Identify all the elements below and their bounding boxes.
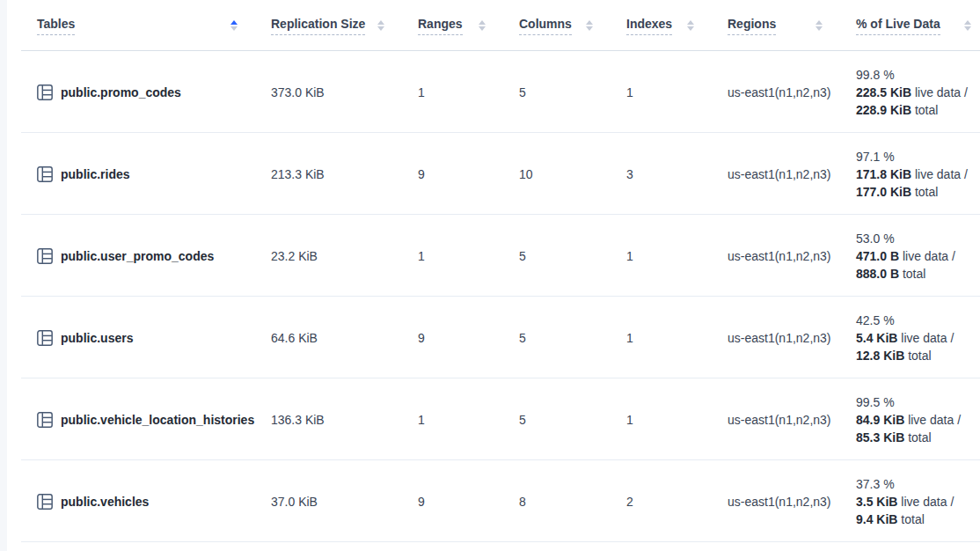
live-data-percent: 97.1 %: [856, 148, 895, 165]
table-row: public.promo_codes 373.0 KiB 1 5 1 us-ea…: [7, 51, 980, 133]
live-data-amount: 84.9 KiB live data /: [856, 411, 961, 429]
cell-ranges: 1: [418, 215, 519, 297]
column-header-columns[interactable]: Columns: [519, 0, 626, 51]
live-data-percent: 37.3 %: [856, 475, 895, 493]
cell-regions: us-east1(n1,n2,n3): [728, 133, 856, 215]
table-row: public.user_promo_codes 23.2 KiB 1 5 1 u…: [7, 215, 980, 297]
sort-up-arrow-icon: [586, 20, 593, 25]
live-data-amount: 228.5 KiB live data /: [856, 84, 968, 101]
sort-icon[interactable]: [964, 20, 971, 31]
table-icon: [37, 248, 53, 264]
sort-icon[interactable]: [586, 20, 593, 31]
cell-replication-size: 136.3 KiB: [271, 378, 418, 460]
cell-ranges: 9: [418, 460, 519, 542]
table-icon: [37, 84, 53, 100]
live-data-percent: 99.5 %: [856, 393, 895, 411]
table-name-link[interactable]: public.promo_codes: [61, 85, 181, 99]
cell-table-name: public.users: [7, 297, 271, 378]
sort-down-arrow-icon: [479, 26, 486, 31]
table-icon: [37, 494, 53, 510]
table-name-link[interactable]: public.vehicle_location_histories: [61, 413, 254, 427]
cell-regions: us-east1(n1,n2,n3): [728, 460, 856, 542]
sort-down-arrow-icon: [586, 26, 593, 31]
live-data-percent: 42.5 %: [856, 312, 895, 329]
column-header-ranges[interactable]: Ranges: [418, 0, 519, 51]
table-body: public.promo_codes 373.0 KiB 1 5 1 us-ea…: [7, 51, 980, 542]
cell-columns: 5: [519, 215, 626, 297]
cell-replication-size: 213.3 KiB: [271, 133, 418, 215]
live-data-amount: 171.8 KiB live data /: [856, 165, 968, 183]
total-data-amount: 85.3 KiB total: [856, 429, 932, 446]
cell-table-name: public.rides: [7, 133, 271, 215]
sort-icon[interactable]: [479, 20, 486, 31]
column-header-label: Columns: [519, 17, 572, 35]
cell-table-name: public.promo_codes: [7, 51, 271, 133]
cell-ranges: 1: [418, 378, 519, 460]
sort-icon[interactable]: [687, 20, 694, 31]
column-header-regions[interactable]: Regions: [728, 0, 856, 51]
table-row: public.users 64.6 KiB 9 5 1 us-east1(n1,…: [7, 297, 980, 378]
sort-down-arrow-icon: [964, 26, 971, 31]
cell-regions: us-east1(n1,n2,n3): [728, 378, 856, 460]
cell-live-data: 42.5 % 5.4 KiB live data / 12.8 KiB tota…: [856, 297, 980, 378]
cell-indexes: 1: [626, 378, 728, 460]
live-data-percent: 99.8 %: [856, 66, 895, 84]
table-header-row: Tables Replication Size Ranges Columns I…: [7, 0, 980, 51]
table-name-link[interactable]: public.user_promo_codes: [61, 249, 214, 263]
cell-regions: us-east1(n1,n2,n3): [728, 51, 856, 133]
sort-icon[interactable]: [377, 20, 384, 31]
cell-columns: 10: [519, 133, 626, 215]
cell-indexes: 3: [626, 133, 728, 215]
cell-indexes: 1: [626, 215, 728, 297]
table-icon: [37, 412, 53, 428]
cell-columns: 8: [519, 460, 626, 542]
cell-replication-size: 23.2 KiB: [271, 215, 418, 297]
total-data-amount: 228.9 KiB total: [856, 101, 938, 119]
cell-replication-size: 373.0 KiB: [271, 51, 418, 133]
sort-down-arrow-icon: [230, 26, 238, 31]
cell-live-data: 99.5 % 84.9 KiB live data / 85.3 KiB tot…: [856, 378, 980, 460]
cell-table-name: public.vehicle_location_histories: [7, 378, 271, 460]
column-header-tables[interactable]: Tables: [7, 0, 271, 51]
cell-ranges: 9: [418, 133, 519, 215]
cell-columns: 5: [519, 51, 626, 133]
cell-live-data: 37.3 % 3.5 KiB live data / 9.4 KiB total: [856, 460, 980, 542]
column-header-label: Tables: [37, 17, 75, 35]
tables-list-card: Tables Replication Size Ranges Columns I…: [7, 0, 980, 551]
cell-live-data: 53.0 % 471.0 B live data / 888.0 B total: [856, 215, 980, 297]
cell-ranges: 9: [418, 297, 519, 378]
column-header-label: Replication Size: [271, 17, 365, 35]
column-header-label: Regions: [728, 17, 776, 35]
cell-replication-size: 64.6 KiB: [271, 297, 418, 378]
table-name-link[interactable]: public.vehicles: [61, 495, 149, 509]
sort-icon[interactable]: [815, 20, 823, 31]
total-data-amount: 888.0 B total: [856, 265, 925, 283]
total-data-amount: 177.0 KiB total: [856, 183, 938, 201]
column-header-indexes[interactable]: Indexes: [626, 0, 728, 51]
column-header-replication-size[interactable]: Replication Size: [271, 0, 418, 51]
cell-table-name: public.user_promo_codes: [7, 215, 271, 297]
table-icon: [37, 330, 53, 346]
table-row: public.vehicle_location_histories 136.3 …: [7, 378, 980, 460]
column-header-live-data[interactable]: % of Live Data: [856, 0, 980, 51]
sort-up-arrow-icon: [377, 20, 384, 25]
sort-up-arrow-icon: [479, 20, 486, 25]
cell-table-name: public.vehicles: [7, 460, 271, 542]
sort-down-arrow-icon: [687, 26, 694, 31]
table-name-link[interactable]: public.users: [61, 331, 133, 345]
column-header-label: Indexes: [626, 17, 672, 35]
cell-live-data: 99.8 % 228.5 KiB live data / 228.9 KiB t…: [856, 51, 980, 133]
live-data-amount: 3.5 KiB live data /: [856, 493, 954, 511]
sort-icon[interactable]: [230, 20, 238, 31]
cell-ranges: 1: [418, 51, 519, 133]
sort-up-arrow-icon: [964, 20, 971, 25]
cell-regions: us-east1(n1,n2,n3): [728, 297, 856, 378]
live-data-amount: 5.4 KiB live data /: [856, 329, 954, 347]
cell-columns: 5: [519, 378, 626, 460]
table-icon: [37, 166, 53, 182]
live-data-amount: 471.0 B live data /: [856, 247, 955, 265]
live-data-percent: 53.0 %: [856, 230, 895, 247]
sort-down-arrow-icon: [377, 26, 384, 31]
sort-up-arrow-icon: [687, 20, 694, 25]
table-name-link[interactable]: public.rides: [61, 167, 130, 181]
